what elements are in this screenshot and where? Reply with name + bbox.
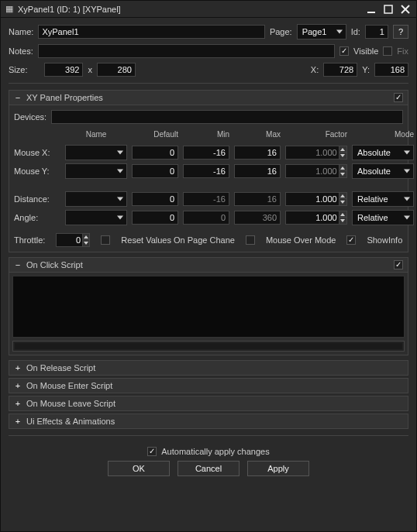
param-name-select[interactable] [65,210,127,225]
spin-up-icon[interactable] [339,211,346,218]
size-sep: x [88,65,92,74]
visible-label: Visible [353,46,378,56]
chevron-down-icon [404,197,410,201]
param-min-input[interactable] [183,164,229,178]
spin-up-icon[interactable] [339,193,346,199]
id-input[interactable] [365,25,388,39]
xy-panel-title: XY Panel Properties [26,93,103,102]
ok-button[interactable]: OK [108,461,170,476]
param-name-select[interactable] [65,191,127,207]
visible-checkbox[interactable] [339,46,349,56]
xy-rows: Mouse X:AbsoluteMouse Y:AbsoluteDistance… [14,142,403,225]
footer: Automatically apply changes OK Cancel Ap… [9,442,408,479]
param-max-input [234,192,281,206]
xy-panel-side-checkbox[interactable] [394,93,403,102]
content: Name: Page: Page1 Id: ? Notes: Visible F… [1,18,416,531]
svg-marker-9 [340,201,345,204]
auto-apply-checkbox[interactable] [147,447,157,456]
auto-apply-label: Automatically apply changes [161,447,269,456]
y-input[interactable] [374,63,408,77]
param-label: Distance: [14,194,60,204]
spin-up-icon[interactable] [339,165,346,171]
onclick-side-checkbox[interactable] [394,260,403,269]
svg-marker-6 [340,166,345,170]
id-label: Id: [351,27,360,36]
param-default-input[interactable] [132,164,178,178]
param-default-input[interactable] [132,211,178,225]
param-min-input[interactable] [183,146,229,160]
expand-icon: + [14,417,22,426]
devices-input[interactable] [51,110,403,124]
chevron-down-icon [117,216,123,220]
param-max-input[interactable] [234,146,281,160]
param-mode-select[interactable]: Relative [352,191,414,207]
param-factor-spinner[interactable] [285,192,347,206]
param-mode-select[interactable]: Absolute [352,163,414,179]
onclick-section: − On Click Script [9,257,408,355]
name-label: Name: [9,27,33,36]
page-label: Page: [270,27,292,36]
expand-icon: + [14,381,22,390]
param-max-input[interactable] [234,164,281,178]
throttle-spinner[interactable] [56,233,90,247]
cancel-button[interactable]: Cancel [177,461,240,476]
param-default-input[interactable] [132,192,178,206]
notes-input[interactable] [38,44,335,58]
onmouseenter-title: On Mouse Enter Script [26,381,112,390]
param-row: Distance:Relative [14,191,403,207]
spin-down-icon[interactable] [339,218,346,224]
onrelease-section: + On Release Script [9,360,408,376]
size-label: Size: [9,65,27,74]
close-button[interactable] [398,3,413,15]
uieffects-header[interactable]: + Ui Effects & Animations [9,414,408,428]
size-height-input[interactable] [97,63,136,77]
onmouseleave-header[interactable]: + On Mouse Leave Script [9,396,408,410]
fix-checkbox[interactable] [383,46,392,56]
param-mode-select[interactable]: Absolute [352,145,414,160]
param-default-input[interactable] [132,146,178,160]
param-label: Angle: [14,213,60,222]
xy-panel-body: Devices: Name Default Min Max Factor Mod… [9,105,408,252]
minimize-button[interactable] [364,3,379,15]
spin-down-icon[interactable] [82,240,89,246]
xy-panel-header[interactable]: − XY Panel Properties [9,91,408,105]
param-factor-spinner[interactable] [285,211,347,225]
apply-button[interactable]: Apply [247,461,309,476]
param-min-input [183,192,229,206]
maximize-button[interactable] [381,3,396,15]
onmouseenter-header[interactable]: + On Mouse Enter Script [9,379,408,393]
onclick-script-editor[interactable] [12,276,405,338]
param-row: Angle:Relative [14,210,403,225]
spin-up-icon[interactable] [82,234,89,240]
page-select[interactable]: Page1 [297,24,346,39]
x-input[interactable] [323,63,357,77]
spin-down-icon[interactable] [339,171,346,177]
spin-down-icon[interactable] [339,199,346,205]
showinfo-checkbox[interactable] [346,235,356,245]
spin-down-icon[interactable] [339,153,346,159]
help-button[interactable]: ? [393,25,408,39]
titlebar[interactable]: ▦ XyPanel1 (ID: 1) [XYPanel] [1,1,416,18]
size-width-input[interactable] [44,63,83,77]
onrelease-header[interactable]: + On Release Script [9,361,408,375]
param-name-select[interactable] [65,163,127,179]
chevron-down-icon [404,170,410,173]
devices-row: Devices: [14,110,403,124]
reset-checkbox[interactable] [101,235,110,245]
expand-icon: + [14,399,22,408]
onclick-header[interactable]: − On Click Script [9,258,408,273]
spin-up-icon[interactable] [339,146,346,153]
onmouseleave-section: + On Mouse Leave Script [9,396,408,411]
collapse-icon: − [14,93,22,102]
mouseover-checkbox[interactable] [246,235,255,245]
chevron-down-icon [117,170,123,173]
onclick-scrollbar[interactable] [12,341,405,352]
param-mode-select[interactable]: Relative [352,210,414,225]
chevron-down-icon [117,151,123,155]
svg-marker-12 [84,235,88,239]
param-label: Mouse X: [14,148,60,157]
notes-label: Notes: [9,46,33,56]
column-headers: Name Default Min Max Factor Mode [14,130,403,139]
param-name-select[interactable] [65,145,127,160]
name-input[interactable] [38,25,264,39]
